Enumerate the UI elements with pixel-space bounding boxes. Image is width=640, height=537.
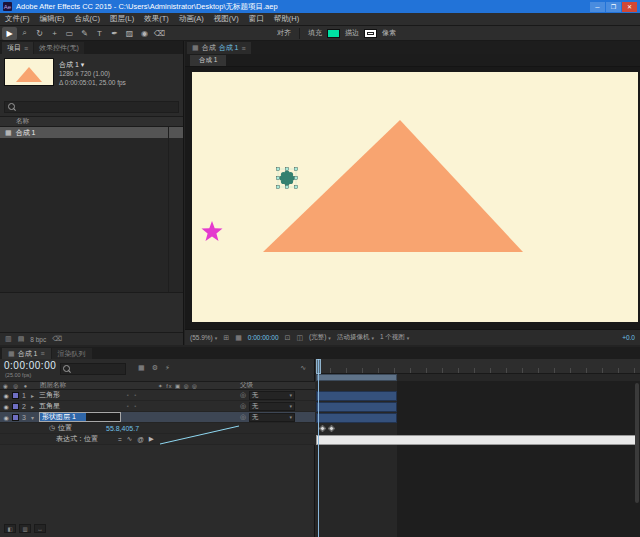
tab-composition-viewer[interactable]: ▦ 合成 合成 1 ≡	[187, 42, 251, 54]
roto-brush-tool-icon[interactable]: ◉	[137, 27, 152, 40]
expression-pickwhip-icon[interactable]: @	[137, 436, 144, 443]
parent-dropdown[interactable]: 无▾	[249, 413, 295, 422]
parent-dropdown[interactable]: 无▾	[249, 391, 295, 400]
property-name[interactable]: 位置	[58, 423, 106, 433]
star-shape[interactable]	[202, 221, 223, 241]
layer-duration-bar-3[interactable]	[316, 413, 397, 423]
position-property-row[interactable]: ◷ 位置 55.8,405.7	[0, 423, 315, 434]
shape-tool-icon[interactable]: ▭	[62, 27, 77, 40]
triangle-shape[interactable]	[263, 120, 523, 252]
stroke-color-swatch[interactable]	[364, 29, 377, 38]
layer-name[interactable]: 五角星	[39, 401, 127, 411]
menu-window[interactable]: 窗口	[244, 14, 269, 24]
minimize-button[interactable]: ─	[590, 2, 605, 12]
new-folder-icon[interactable]: ▤	[18, 335, 25, 343]
trash-icon[interactable]: ⌫	[52, 335, 62, 343]
frame-blend-icon[interactable]: ⚡	[165, 364, 170, 372]
parent-pickwhip-icon[interactable]: ◎	[240, 413, 246, 421]
parent-dropdown[interactable]: 无▾	[249, 402, 295, 411]
layer-switches[interactable]: ▪ ▪	[127, 392, 185, 398]
time-ruler[interactable]	[315, 359, 640, 374]
current-time-indicator[interactable]	[318, 359, 319, 537]
viewer-timecode[interactable]: 0:00:00:00	[248, 334, 279, 341]
current-timecode[interactable]: 0:00:00:00	[4, 360, 56, 371]
interpret-footage-icon[interactable]: ▥	[5, 335, 12, 343]
fill-label[interactable]: 填充	[308, 28, 322, 38]
expand-in-out-icon[interactable]: ↔	[34, 524, 46, 533]
eye-icon[interactable]: ◉	[0, 403, 12, 410]
expand-layer-switches-icon[interactable]: ◧	[4, 524, 16, 533]
tab-timeline-comp1[interactable]: ▦ 合成 1 ≡	[2, 348, 51, 359]
expression-language-icon[interactable]: ▶	[149, 435, 154, 443]
name-column-header[interactable]: 名称	[0, 116, 183, 127]
tab-render-queue[interactable]: 渲染队列	[52, 348, 92, 359]
transparency-grid-icon[interactable]: ▦	[235, 334, 242, 342]
text-tool-icon[interactable]: T	[92, 27, 107, 40]
layer-name-column-header[interactable]: 图层名称	[40, 381, 158, 390]
switches-column-header[interactable]: ✦ fx ▣ ◎ ◎	[158, 383, 240, 389]
menu-file[interactable]: 文件(F)	[0, 14, 35, 24]
eye-icon[interactable]: ◉	[0, 392, 12, 399]
keyframe-icon[interactable]	[319, 425, 326, 432]
view-layout-dropdown[interactable]: 1 个视图▾	[380, 333, 409, 342]
current-time-indicator-handle[interactable]	[316, 359, 321, 374]
expand-transfer-controls-icon[interactable]: ▥	[19, 524, 31, 533]
zoom-tool-icon[interactable]: ⌕	[17, 27, 32, 40]
expression-text-field[interactable]	[316, 435, 637, 445]
menu-effect[interactable]: 效果(T)	[139, 14, 174, 24]
twirl-icon[interactable]: ▸	[31, 392, 39, 399]
graph-editor-icon[interactable]: ∿	[300, 364, 306, 372]
comp-breadcrumb-tab[interactable]: 合成 1	[190, 55, 226, 66]
layer-row-1[interactable]: ◉ 1 ▸ 三角形 ▪ ▪ ◎ 无▾	[0, 390, 315, 401]
timeline-track-area[interactable]	[315, 359, 640, 537]
work-area-bar[interactable]	[316, 374, 397, 381]
composition-canvas[interactable]	[192, 72, 638, 322]
expression-row[interactable]: 表达式：位置 = ∿ @ ▶	[0, 434, 315, 445]
timeline-scrollbar[interactable]	[635, 383, 639, 503]
menu-animation[interactable]: 动画(A)	[174, 14, 209, 24]
panel-menu-icon[interactable]: ≡	[24, 45, 28, 52]
menu-help[interactable]: 帮助(H)	[269, 14, 304, 24]
close-button[interactable]: ✕	[622, 2, 637, 12]
maximize-button[interactable]: ❐	[606, 2, 621, 12]
panel-menu-icon[interactable]: ≡	[241, 45, 245, 52]
fill-color-swatch[interactable]	[327, 29, 340, 38]
pan-tool-icon[interactable]: +	[47, 27, 62, 40]
flower-shape-selected[interactable]	[277, 168, 298, 189]
exposure-value[interactable]: +0.0	[622, 334, 635, 341]
zoom-dropdown[interactable]: (55.9%)▾	[190, 334, 217, 341]
layer-rename-input[interactable]	[39, 412, 121, 422]
layer-row-2[interactable]: ◉ 2 ▸ 五角星 ▪ ▪ ◎ 无▾	[0, 401, 315, 412]
eraser-tool-icon[interactable]: ⌫	[152, 27, 167, 40]
comp-name[interactable]: 合成 1 ▾	[59, 60, 126, 69]
layer-switches[interactable]: ▪ ▪	[127, 403, 185, 409]
layer-name[interactable]: 三角形	[39, 390, 127, 400]
twirl-icon[interactable]: ▾	[31, 414, 39, 421]
parent-pickwhip-icon[interactable]: ◎	[240, 391, 246, 399]
menu-layer[interactable]: 图层(L)	[105, 14, 139, 24]
snapshot-icon[interactable]: ⊡	[285, 334, 291, 342]
layer-duration-bar-2[interactable]	[316, 402, 397, 412]
layer-duration-bar-1[interactable]	[316, 391, 397, 401]
label-color-chip[interactable]	[12, 392, 19, 399]
keyframe-icon[interactable]	[328, 425, 335, 432]
stroke-label[interactable]: 描边	[345, 28, 359, 38]
parent-pickwhip-icon[interactable]: ◎	[240, 402, 246, 410]
draft-3d-icon[interactable]: ⚙	[152, 364, 158, 372]
tab-project[interactable]: 项目 ≡	[2, 42, 33, 54]
menu-edit[interactable]: 编辑(E)	[35, 14, 70, 24]
selection-tool-icon[interactable]: ▶	[2, 27, 17, 40]
parent-column-header[interactable]: 父级	[240, 381, 253, 390]
composition-mini-flowchart-icon[interactable]: ▦	[138, 364, 145, 372]
pen-tool-icon[interactable]: ✎	[77, 27, 92, 40]
resolution-dropdown[interactable]: (完整)▾	[309, 333, 331, 342]
expression-enable-icon[interactable]: =	[118, 436, 122, 443]
channels-icon[interactable]: ◫	[296, 334, 303, 342]
panel-menu-icon[interactable]: ≡	[40, 350, 44, 357]
rotate-tool-icon[interactable]: ↻	[32, 27, 47, 40]
layer-row-3-selected[interactable]: ◉ 3 ▾ ◎ 无▾	[0, 412, 315, 423]
label-color-chip[interactable]	[12, 403, 19, 410]
brush-tool-icon[interactable]: ✒	[107, 27, 122, 40]
stopwatch-icon[interactable]: ◷	[46, 424, 58, 432]
menu-composition[interactable]: 合成(C)	[70, 14, 105, 24]
